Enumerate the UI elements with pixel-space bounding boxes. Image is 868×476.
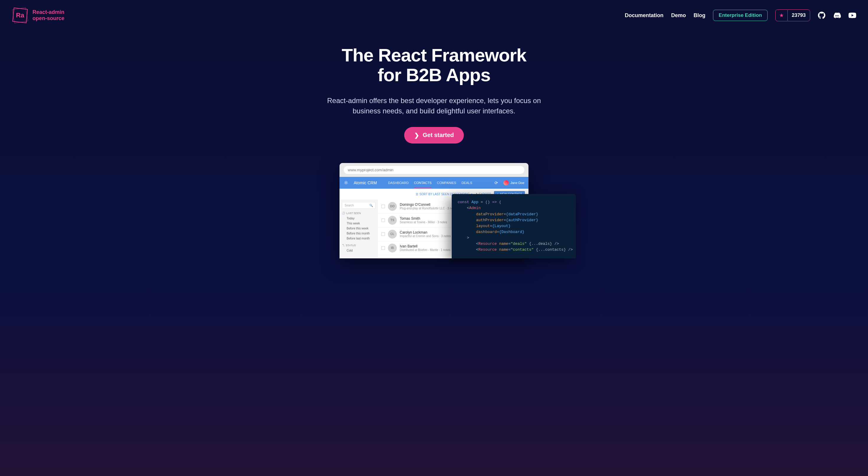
get-started-button[interactable]: ❯ Get started (404, 127, 464, 144)
search-input[interactable]: Search 🔍 (342, 202, 376, 209)
filter-item[interactable]: Cold (342, 248, 376, 253)
stars-count: 23793 (787, 10, 810, 21)
checkbox[interactable] (381, 218, 385, 222)
enterprise-button[interactable]: Enterprise Edition (713, 10, 767, 21)
user-menu[interactable]: Jane Doe (503, 180, 524, 185)
hero-title: The React Framework for B2B Apps (292, 46, 576, 85)
checkbox[interactable] (381, 232, 385, 236)
top-nav: Documentation Demo Blog Enterprise Editi… (625, 9, 856, 21)
hero: The React Framework for B2B Apps React-a… (286, 31, 582, 152)
filter-last-seen: 🕒LAST SEEN (342, 212, 376, 215)
tab-contacts[interactable]: CONTACTS (414, 177, 432, 188)
filter-item[interactable]: Before this month (342, 231, 376, 236)
avatar (503, 180, 509, 185)
header: Ra React-admin open-source Documentation… (0, 0, 868, 31)
trend-icon: 〽 (342, 244, 345, 247)
discord-icon[interactable] (833, 11, 841, 19)
checkbox[interactable] (381, 246, 385, 250)
avatar: TS (388, 216, 397, 225)
checkbox[interactable] (381, 205, 385, 208)
chevron-right-icon: ❯ (414, 132, 419, 139)
react-icon: ⚛ (344, 180, 348, 186)
logo-area[interactable]: Ra React-admin open-source (12, 7, 64, 24)
filter-item[interactable]: Today (342, 216, 376, 221)
url-input[interactable]: www.myproject.com/admin (344, 166, 524, 174)
youtube-icon[interactable] (848, 11, 856, 19)
tab-companies[interactable]: COMPANIES (437, 177, 456, 188)
filter-sidebar: Search 🔍 🕒LAST SEEN Today This week Befo… (340, 200, 378, 258)
star-icon: ★ (776, 10, 787, 21)
logo-text: React-admin open-source (32, 9, 64, 21)
avatar: IB (388, 244, 397, 252)
tab-deals[interactable]: DEALS (461, 177, 472, 188)
filter-item[interactable]: Before this week (342, 226, 376, 231)
filter-status: 〽STATUS (342, 244, 376, 247)
nav-demo[interactable]: Demo (671, 12, 686, 19)
nav-documentation[interactable]: Documentation (625, 12, 663, 19)
github-stars-button[interactable]: ★ 23793 (775, 9, 810, 21)
avatar: CL (388, 230, 397, 239)
url-bar: www.myproject.com/admin (340, 163, 528, 177)
filter-item[interactable]: This week (342, 221, 376, 226)
app-title: Atomic CRM (354, 180, 377, 185)
app-bar: ⚛ Atomic CRM DASHBOARD CONTACTS COMPANIE… (340, 177, 528, 189)
code-snippet: const App = () => ( <Admin dataProvider=… (452, 194, 576, 258)
github-icon[interactable] (818, 11, 826, 19)
avatar: DO (388, 202, 397, 211)
filter-item[interactable]: Before last month (342, 236, 376, 241)
hero-subtitle: React-admin offers the best developer ex… (316, 96, 552, 116)
search-icon: 🔍 (369, 204, 373, 207)
refresh-icon[interactable]: ⟳ (495, 180, 498, 185)
mockup: www.myproject.com/admin ⚛ Atomic CRM DAS… (0, 163, 868, 258)
clock-icon: 🕒 (342, 212, 345, 215)
tab-dashboard[interactable]: DASHBOARD (388, 177, 409, 188)
logo-icon: Ra (12, 7, 28, 24)
nav-blog[interactable]: Blog (693, 12, 705, 19)
